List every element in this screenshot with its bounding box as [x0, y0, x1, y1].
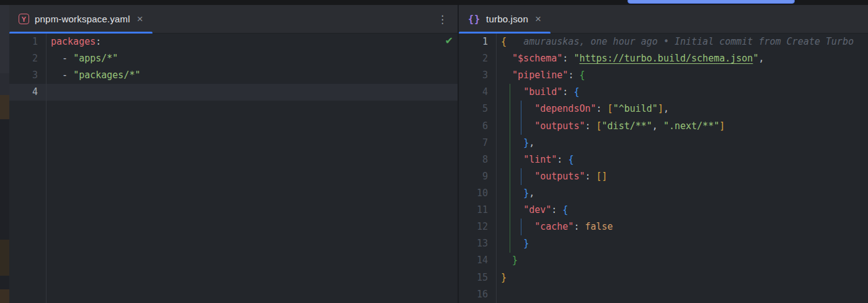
code-token: [	[596, 120, 602, 132]
sliver-segment	[0, 73, 9, 95]
code-text: }	[496, 269, 507, 286]
code-token: ,	[529, 137, 534, 148]
code-line[interactable]: 7 },	[459, 135, 868, 152]
code-token: }	[523, 137, 529, 148]
code-line[interactable]: 14 }	[459, 252, 868, 269]
editor-pane-right: {} turbo.json × 1{ amurauskas, one hour …	[459, 5, 868, 303]
code-token	[501, 154, 523, 165]
close-icon[interactable]: ×	[535, 14, 541, 24]
line-number[interactable]: 9	[459, 168, 496, 185]
code-line[interactable]: 2 - "apps/*"	[9, 50, 458, 67]
code-line[interactable]: 11 "dev": {	[459, 202, 868, 219]
sliver-segment	[0, 5, 9, 73]
code-line[interactable]: 1{ amurauskas, one hour ago • Initial co…	[459, 34, 868, 50]
line-number[interactable]: 2	[459, 50, 496, 67]
code-text: "outputs": ["dist/**", ".next/**"]	[496, 118, 725, 135]
code-line[interactable]: 9 "outputs": []	[459, 168, 868, 185]
gutter-separator	[496, 34, 497, 303]
code-line[interactable]: 4	[9, 84, 458, 101]
code-token: }	[523, 238, 529, 249]
line-number[interactable]: 14	[459, 252, 496, 269]
code-line[interactable]: 1packages:	[9, 34, 458, 50]
code-line[interactable]: 16	[459, 286, 868, 303]
code-token: :	[585, 120, 596, 132]
code-token: }	[501, 272, 507, 283]
line-number[interactable]: 16	[459, 286, 496, 303]
code-line[interactable]: 5 "dependsOn": ["^build"],	[459, 101, 868, 117]
line-number[interactable]: 15	[459, 269, 496, 286]
line-number[interactable]: 4	[9, 84, 46, 101]
line-number[interactable]: 6	[459, 118, 496, 135]
code-token	[501, 70, 512, 81]
line-number[interactable]: 3	[459, 67, 496, 84]
code-line[interactable]: 12 "cache": false	[459, 219, 868, 235]
ide-split-editor: Y pnpm-workspace.yaml × ⋮ 1packages:2 - …	[0, 0, 868, 303]
line-number[interactable]: 4	[459, 84, 496, 101]
code-token: :	[568, 70, 579, 81]
code-token: }	[523, 188, 529, 199]
editor-left[interactable]: 1packages:2 - "apps/*"3 - "packages/*"4 …	[9, 34, 458, 303]
code-token: "dependsOn"	[534, 103, 596, 114]
code-text: "lint": {	[496, 152, 574, 168]
code-token: "lint"	[523, 154, 557, 165]
tab-pnpm-workspace-yaml[interactable]: Y pnpm-workspace.yaml ×	[9, 5, 153, 34]
close-icon[interactable]: ×	[137, 14, 143, 24]
line-number[interactable]: 7	[459, 135, 496, 152]
code-text: "outputs": []	[496, 168, 608, 185]
line-number[interactable]: 11	[459, 202, 496, 219]
code-token: :	[562, 86, 574, 97]
code-token	[501, 86, 523, 97]
code-line[interactable]: 2 "$schema": "https://turbo.build/schema…	[459, 50, 868, 67]
code-token: "build"	[523, 86, 562, 97]
browser-tab-accent-bar	[627, 0, 795, 4]
code-token: {	[568, 154, 574, 165]
code-token: "^build"	[613, 103, 658, 114]
line-number[interactable]: 10	[459, 185, 496, 202]
line-number[interactable]: 1	[459, 34, 496, 50]
code-text: "$schema": "https://turbo.build/schema.j…	[496, 50, 764, 67]
code-token	[501, 120, 534, 132]
code-token: "apps/*"	[73, 53, 118, 64]
code-token: [	[608, 103, 613, 114]
gutter-separator	[46, 34, 46, 303]
code-text	[496, 286, 501, 303]
code-line[interactable]: 6 "outputs": ["dist/**", ".next/**"]	[459, 118, 868, 135]
code-text: "pipeline": {	[496, 67, 585, 84]
code-line[interactable]: 13 }	[459, 235, 868, 252]
code-line[interactable]: 3 "pipeline": {	[459, 67, 868, 84]
code-token	[501, 137, 523, 148]
code-text: - "packages/*"	[46, 67, 141, 84]
code-token: false	[585, 221, 613, 232]
line-number[interactable]: 3	[9, 67, 46, 84]
code-token	[501, 238, 523, 249]
editor-right[interactable]: 1{ amurauskas, one hour ago • Initial co…	[459, 34, 868, 303]
editor-area: Y pnpm-workspace.yaml × ⋮ 1packages:2 - …	[0, 5, 868, 303]
code-line[interactable]: 3 - "packages/*"	[9, 67, 458, 84]
line-number[interactable]: 5	[459, 101, 496, 117]
code-text: "cache": false	[496, 219, 613, 235]
code-line[interactable]: 10 },	[459, 185, 868, 202]
line-number[interactable]: 12	[459, 219, 496, 235]
code-token: ]	[719, 120, 725, 132]
code-token: :	[596, 103, 608, 114]
code-line[interactable]: 4 "build": {	[459, 84, 868, 101]
more-options-icon[interactable]: ⋮	[437, 14, 448, 24]
code-lines-left: 1packages:2 - "apps/*"3 - "packages/*"4	[9, 34, 458, 101]
code-token: "dev"	[523, 204, 551, 215]
code-token: "pipeline"	[512, 70, 568, 81]
code-token: :	[551, 204, 562, 215]
line-number[interactable]: 13	[459, 235, 496, 252]
code-token: ,	[652, 120, 663, 132]
code-token: ,	[529, 188, 534, 199]
line-number[interactable]: 1	[9, 34, 46, 50]
inspections-ok-icon[interactable]: ✔	[445, 36, 453, 46]
line-number[interactable]: 8	[459, 152, 496, 168]
code-text: }	[496, 252, 518, 269]
line-number[interactable]: 2	[9, 50, 46, 67]
tab-turbo-json[interactable]: {} turbo.json ×	[459, 5, 551, 34]
code-token: ]	[658, 103, 663, 114]
code-token	[507, 36, 523, 47]
tab-label: pnpm-workspace.yaml	[35, 14, 130, 24]
code-line[interactable]: 8 "lint": {	[459, 152, 868, 168]
code-line[interactable]: 15}	[459, 269, 868, 286]
